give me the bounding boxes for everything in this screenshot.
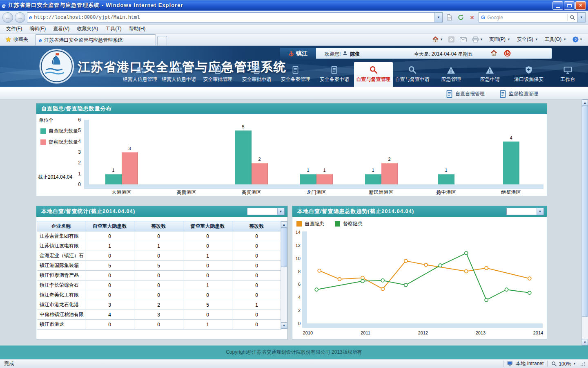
table-row[interactable]: 金海宏业（镇江）石0010: [37, 251, 281, 261]
logout-icon[interactable]: [504, 50, 511, 57]
new-tab-button[interactable]: [157, 36, 167, 45]
bar-value-label: 3: [122, 146, 138, 151]
table-row[interactable]: 中储粮镇江粮油有限4300: [37, 310, 281, 320]
menu-item[interactable]: 文件(F): [2, 24, 26, 34]
back-button[interactable]: ←: [2, 12, 13, 23]
maximize-button[interactable]: [564, 1, 575, 10]
toolbar-button[interactable]: 页面(P)▼: [486, 35, 513, 44]
nav-item-1[interactable]: 经营人信息申请: [159, 62, 198, 87]
menu-item[interactable]: 收藏夹(A): [73, 24, 102, 34]
bar-category-label: 大港港区: [89, 189, 154, 196]
bar: 1: [365, 174, 381, 184]
table-cell: 0: [183, 261, 232, 271]
trend-line-chart: 0246810121420102011201220132014: [292, 230, 546, 338]
scroll-down-icon[interactable]: ▼: [281, 322, 287, 329]
minimize-button[interactable]: [552, 1, 563, 10]
table-cell: 5: [183, 300, 232, 310]
favorites-button[interactable]: 收藏夹: [2, 34, 32, 45]
trend-filter-dropdown[interactable]: ▼: [506, 208, 544, 215]
resize-grip-icon[interactable]: [580, 361, 586, 367]
refresh-button[interactable]: [456, 12, 466, 22]
portal-home-icon[interactable]: [490, 50, 497, 56]
help-button[interactable]: ?▼: [570, 35, 585, 44]
scrollbar-thumb[interactable]: [582, 106, 588, 317]
submenu-item[interactable]: 自查自报管理: [446, 90, 485, 98]
scrollbar-thumb[interactable]: [281, 228, 287, 267]
forward-button[interactable]: →: [15, 12, 25, 23]
nav-item-6[interactable]: 自查与督查管理: [354, 62, 393, 87]
svg-text:10: 10: [296, 256, 301, 261]
search-input[interactable]: Google: [487, 15, 565, 20]
table-header[interactable]: 督查重大隐患数: [183, 221, 232, 231]
zoom-control[interactable]: 100% ▼: [551, 361, 576, 367]
feeds-button[interactable]: [446, 35, 457, 44]
print-button[interactable]: ▼: [470, 35, 485, 44]
table-row[interactable]: 镇江恒泰沥青产品0000: [37, 271, 281, 280]
table-header[interactable]: 整改数: [232, 221, 281, 231]
table-cell: 1: [232, 300, 281, 310]
menu-item[interactable]: 编辑(E): [26, 24, 49, 34]
table-row[interactable]: 江苏索普集团有限0000: [37, 231, 281, 241]
home-button[interactable]: ▼: [430, 35, 445, 44]
scroll-up-icon[interactable]: ▲: [582, 99, 588, 106]
table-row[interactable]: 镇江市港龙石化港3251: [37, 300, 281, 310]
search-magnifier-icon[interactable]: [570, 15, 575, 20]
table-row[interactable]: 江苏镇江发电有限1100: [37, 241, 281, 251]
stats-filter-dropdown[interactable]: ▼: [247, 208, 285, 215]
nav-item-0[interactable]: 经营人信息管理: [120, 62, 159, 87]
submenu-item[interactable]: 监督检查管理: [499, 90, 538, 98]
bar-group: 13: [89, 120, 154, 184]
table-row[interactable]: 镇江奇美化工有限0000: [37, 290, 281, 300]
table-scrollbar[interactable]: ▲ ▼: [281, 221, 287, 329]
browser-tab[interactable]: e 江苏省港口安全监管与应急管理系统: [35, 34, 156, 45]
page-scrollbar[interactable]: ▲ ▼: [581, 99, 588, 346]
nav-item-8[interactable]: 应急管理: [432, 62, 470, 87]
table-cell: 金海宏业（镇江）石: [37, 251, 85, 261]
search-box[interactable]: G Google ▼: [479, 12, 586, 22]
broken-page-icon: [447, 14, 452, 20]
table-row[interactable]: 镇江市港龙0010: [37, 320, 281, 330]
table-row[interactable]: 镇江李长荣综合石0010: [37, 280, 281, 290]
read-mail-button[interactable]: [458, 36, 469, 43]
nav-item-2[interactable]: 安全审批管理: [198, 62, 237, 87]
toolbar-button[interactable]: 安全(S)▼: [514, 35, 541, 44]
scroll-up-icon[interactable]: ▲: [281, 221, 287, 228]
toolbar-button[interactable]: 工具(O)▼: [542, 35, 569, 44]
nav-item-3[interactable]: 安全审批申请: [237, 62, 276, 87]
home-icon: [432, 36, 439, 43]
table-header[interactable]: 整改数: [134, 221, 183, 231]
table-cell: 镇江奇美化工有限: [37, 290, 85, 300]
scroll-down-icon[interactable]: ▼: [582, 339, 588, 346]
menu-item[interactable]: 帮助(H): [125, 24, 149, 34]
table-row[interactable]: 镇江港国际集装箱5500: [37, 261, 281, 271]
bar-y-axis: 0123456: [70, 114, 82, 196]
menu-item[interactable]: 工具(T): [102, 24, 125, 34]
nav-item-4[interactable]: 安全备案管理: [276, 62, 315, 87]
nav-item-11[interactable]: 工作台: [548, 62, 587, 87]
table-header[interactable]: 自查重大隐患数: [85, 221, 134, 231]
address-dropdown-button[interactable]: ▼: [434, 13, 442, 22]
close-button[interactable]: ✕: [575, 1, 586, 10]
table-header[interactable]: 企业名称: [37, 221, 85, 231]
chevron-down-icon[interactable]: ▼: [537, 208, 543, 215]
bar: 2: [381, 163, 398, 184]
window-titlebar[interactable]: e 江苏省港口安全监管与应急管理系统 - Windows Internet Ex…: [0, 0, 588, 11]
compatibility-view-button[interactable]: [444, 12, 454, 22]
address-url[interactable]: http://localhost:8080/yjpt/Main.html: [34, 15, 434, 20]
bar-y-tick: 4: [70, 139, 81, 144]
command-bar: ▼ ▼ 页面(P)▼安全(S)▼工具(O)▼ ?▼: [430, 35, 588, 45]
table-cell: 0: [134, 271, 183, 280]
menu-item[interactable]: 查看(V): [49, 24, 73, 34]
stats-panel-title: 本地自查/督查统计(截止2014.04.04): [41, 208, 135, 215]
nav-item-5[interactable]: 安全备案申请: [315, 62, 354, 87]
chevron-down-icon[interactable]: ▼: [277, 208, 284, 215]
stop-button[interactable]: ✕: [467, 12, 477, 22]
nav-item-label: 安全备案管理: [281, 76, 310, 83]
address-bar[interactable]: e http://localhost:8080/yjpt/Main.html ▼: [27, 12, 443, 22]
nav-item-9[interactable]: 应急申请: [470, 62, 509, 87]
separator: [503, 361, 503, 367]
welcome-strip: 镇江 欢迎您! 陈俊 今天是: 2014-04-04 星期五: [280, 48, 552, 59]
nav-item-7[interactable]: 自查与督查申请: [393, 62, 432, 87]
nav-item-10[interactable]: 港口设施保安: [510, 62, 548, 87]
search-options-button[interactable]: ▼: [577, 13, 585, 22]
